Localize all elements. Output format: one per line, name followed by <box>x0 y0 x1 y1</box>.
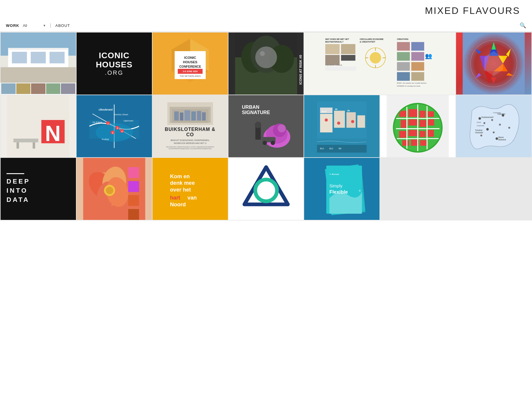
tile-icons-at-risk[interactable]: ICONS AT RISK #0 <box>228 33 304 95</box>
svg-point-165 <box>496 137 498 140</box>
svg-rect-117 <box>320 114 332 132</box>
iconic-text-org: .ORG <box>96 69 132 76</box>
nav-filter-arrow: ▼ <box>43 24 46 27</box>
svg-point-25 <box>260 51 265 56</box>
svg-text:Inspiratienet notebook: Inspiratienet notebook <box>325 64 342 66</box>
iconic-text-iconic: ICONIC <box>96 51 132 60</box>
iconic-text-houses: HOUSES <box>96 60 132 69</box>
svg-text:HOUSES: HOUSES <box>183 60 197 64</box>
svg-rect-30 <box>325 44 340 54</box>
svg-rect-33 <box>341 55 356 61</box>
svg-rect-144 <box>408 130 417 136</box>
svg-point-111 <box>262 141 267 145</box>
tile-villa[interactable] <box>1 33 76 95</box>
svg-point-169 <box>491 119 493 121</box>
header: MIXED FLAVOURS <box>0 0 532 19</box>
svg-point-172 <box>508 127 510 129</box>
svg-rect-147 <box>402 140 409 146</box>
buiksloterham-title: BUIKSLOTERHAM & CO <box>161 127 220 137</box>
svg-rect-119 <box>334 111 345 128</box>
svg-text:ICONS AT RISK #0: ICONS AT RISK #0 <box>299 55 302 85</box>
tile-circle-map[interactable] <box>380 95 455 157</box>
svg-text:BOEK: De waarde van creatief d: BOEK: De waarde van creatief denken <box>397 82 426 84</box>
svg-point-168 <box>484 122 485 124</box>
tile-buiksloterham[interactable]: BUIKSLOTERHAM & CO BEWUST EIGENZINNIG ON… <box>153 95 228 157</box>
svg-text:& CREATIVITEIT: & CREATIVITEIT <box>360 41 375 43</box>
svg-text:denk mee: denk mee <box>170 180 195 186</box>
tile-flowers[interactable] <box>77 158 152 220</box>
svg-text:SUHK: SUHK <box>477 122 481 124</box>
svg-point-24 <box>255 46 277 68</box>
search-icon[interactable]: 🔍 <box>520 22 526 29</box>
svg-text:CREATIVEN: CREATIVEN <box>397 38 408 40</box>
svg-rect-4 <box>12 52 27 63</box>
tile-star[interactable] <box>456 33 531 95</box>
svg-text:over het: over het <box>170 187 191 193</box>
svg-text:CIRCULAIRE ECONOMIE: CIRCULAIRE ECONOMIE <box>360 38 384 40</box>
tile-iconic-houses[interactable]: ICONIC HOUSES .ORG <box>77 33 152 95</box>
svg-rect-34 <box>325 66 356 71</box>
svg-rect-137 <box>419 111 426 118</box>
svg-rect-146 <box>427 130 434 137</box>
portfolio-grid: ICONIC HOUSES .ORG ICONIC HOUSES CONFERE… <box>0 32 532 220</box>
tile-kom-denk-mee[interactable]: Kom en denk mee over het hart van Noord <box>153 158 228 220</box>
svg-rect-74 <box>17 142 19 149</box>
tile-magazine[interactable]: WAT DOEN WE MET HET BESTMATERIAAL? Inspi… <box>304 33 455 95</box>
svg-text:Tuindorp: Tuindorp <box>475 129 483 132</box>
svg-rect-121 <box>357 115 365 128</box>
svg-text:Cooperatie: Cooperatie <box>493 112 501 113</box>
svg-text:B11: B11 <box>330 147 333 150</box>
nav-about-label[interactable]: ABOUT <box>55 23 70 28</box>
tile-logo-icon[interactable] <box>228 158 304 220</box>
svg-rect-108 <box>255 126 261 140</box>
svg-text:B9: B9 <box>339 147 341 150</box>
tile-deep-into-data[interactable]: DEEP INTO DATA <box>1 158 76 220</box>
iconic-houses-text: ICONIC HOUSES .ORG <box>96 51 132 76</box>
svg-text:THE NETHERLANDS: THE NETHERLANDS <box>180 75 201 77</box>
svg-rect-75 <box>33 142 35 149</box>
tile-n-logo[interactable]: N <box>1 95 76 157</box>
svg-text:Cooperatie: Cooperatie <box>477 125 484 126</box>
svg-rect-31 <box>341 44 356 54</box>
svg-point-170 <box>499 124 501 126</box>
tile-harbor-map[interactable]: A0-47 A8 B9 B12 B11 B9 <box>304 95 379 157</box>
svg-rect-140 <box>408 119 417 126</box>
svg-rect-45 <box>397 42 410 51</box>
svg-point-107 <box>278 124 286 132</box>
svg-text:hart: hart <box>170 195 180 201</box>
svg-point-126 <box>337 121 340 125</box>
svg-rect-5 <box>31 52 46 63</box>
svg-text:Simply: Simply <box>330 184 343 188</box>
svg-text:Keerlus IJtram: Keerlus IJtram <box>114 113 128 116</box>
svg-text:B12: B12 <box>320 147 324 150</box>
svg-text:1: 1 <box>107 122 108 125</box>
tile-simply-flexible[interactable]: ✦ Bonsai Simply Flexible ® <box>304 158 379 220</box>
svg-text:WAT DOEN WE MET HET: WAT DOEN WE MET HET <box>325 38 349 40</box>
svg-text:DONEER en omslag een boek: DONEER en omslag een boek <box>397 85 420 87</box>
tile-blue-map[interactable]: 1 2 3 4 IJboulevard De Entree Keerlus IJ… <box>77 95 152 157</box>
svg-rect-52 <box>411 72 424 81</box>
svg-point-171 <box>493 132 494 133</box>
nav-filter-wrapper[interactable]: All Branding Print Digital Illustration … <box>21 23 46 28</box>
svg-rect-7 <box>1 67 76 82</box>
tile-noord-map[interactable]: Oostzanerwerf Kadoelen Tuindorp Oostzaan… <box>456 95 531 157</box>
svg-text:URBAN: URBAN <box>242 104 259 110</box>
tile-iconic-conference[interactable]: ICONIC HOUSES CONFERENCE 2-8 JUNE 2020 T… <box>153 33 228 95</box>
svg-rect-50 <box>411 62 424 71</box>
svg-text:2-8 JUNE 2020: 2-8 JUNE 2020 <box>183 70 198 73</box>
svg-rect-120 <box>347 112 356 128</box>
svg-rect-101 <box>197 111 201 120</box>
tile-urban-signature[interactable]: URBAN SIGNATURE <box>228 95 304 157</box>
svg-point-173 <box>480 134 482 136</box>
deep-data-title: DEEP INTO DATA <box>7 177 30 204</box>
svg-text:CONFERENCE: CONFERENCE <box>179 65 201 68</box>
svg-text:Oostzanerwerf: Oostzanerwerf <box>481 116 494 118</box>
svg-rect-149 <box>420 140 426 146</box>
site-title: MIXED FLAVOURS <box>425 5 520 16</box>
svg-point-162 <box>486 128 489 130</box>
svg-rect-143 <box>399 131 407 138</box>
svg-text:ProRail: ProRail <box>102 138 109 141</box>
svg-rect-128 <box>317 145 367 153</box>
svg-text:ICONIC: ICONIC <box>184 56 196 59</box>
nav-filter-select[interactable]: All Branding Print Digital Illustration <box>21 23 42 28</box>
